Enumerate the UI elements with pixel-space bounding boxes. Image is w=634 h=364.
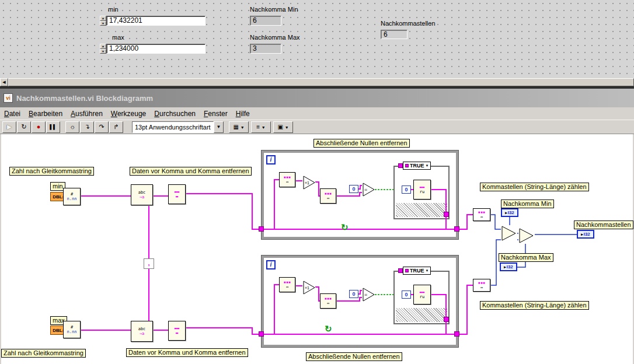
label-nachkomma-max[interactable]: Nachkomma Max	[499, 253, 553, 262]
string-subset-icon-bottom[interactable]: ▪▪▪ ↔	[279, 277, 295, 292]
distribute-objects-dropdown[interactable]: ≡ ▼	[251, 121, 271, 133]
max-control-label[interactable]: max	[112, 34, 124, 41]
string-concat-icon-bottom[interactable]: ▬▬ ▬	[168, 321, 186, 341]
align-objects-dropdown[interactable]: ▦ ▼	[229, 121, 249, 133]
step-out-button[interactable]: ↱	[109, 121, 123, 133]
nachkomma-max-indicator-label[interactable]: Nachkomma Max	[250, 34, 300, 41]
len-glyph: ↔	[480, 215, 483, 219]
min-numeric-control[interactable]: 17,432201	[106, 16, 205, 26]
replace-substring-icon-bottom[interactable]: ▬▬ ru	[413, 285, 431, 304]
step-over-button[interactable]: ↷	[95, 121, 109, 133]
len-glyph: ↔	[480, 285, 483, 290]
zero-constant-case-top[interactable]: 0	[402, 186, 411, 194]
string-subset2-icon-top[interactable]: ▪▪▪ ↔	[320, 188, 336, 204]
terminal-arrow-icon: ▸	[581, 232, 583, 237]
comma-string-constant[interactable]: ,	[144, 258, 154, 269]
highlight-execution-button[interactable]: ☼	[65, 121, 79, 133]
label-zahl-nach-gleitkommastring-bottom[interactable]: Zahl nach Gleitkommastring	[1, 349, 86, 358]
menu-durchsuchen[interactable]: Durchsuchen	[150, 108, 200, 120]
selector-tunnel-icon	[405, 164, 409, 167]
menubar: Datei Bearbeiten Ausführen Werkzeuge Dur…	[0, 107, 634, 120]
menu-bearbeiten[interactable]: Bearbeiten	[25, 108, 67, 120]
titlebar[interactable]: vi Nachkommastellen.vi Blockdiagramm	[0, 89, 634, 107]
menu-fenster[interactable]: Fenster	[200, 108, 232, 120]
loop-tunnel-left-bottom	[259, 331, 264, 337]
label-zahl-nach-gleitkommastring-top[interactable]: Zahl nach Gleitkommastring	[9, 167, 94, 176]
terminal-nachkomma-min-i32[interactable]: ▸I32	[501, 208, 518, 217]
string-length-icon-bottom[interactable]: ▪▪▪ ↔	[473, 279, 490, 292]
zero-constant-bottom[interactable]: 0	[349, 290, 358, 298]
min-control-label[interactable]: min	[108, 6, 119, 13]
step-into-button[interactable]: ↴	[80, 121, 94, 133]
max-spinner[interactable]: ▲ ▼	[100, 44, 106, 54]
dropdown-arrow-icon: ▼	[262, 125, 266, 130]
arrow-glyph: →a	[140, 195, 144, 200]
spinner-up-icon[interactable]: ▲	[100, 16, 106, 21]
equal-comparison-icon-bottom[interactable]: =	[362, 287, 376, 302]
label-nachkommastellen[interactable]: Nachkommastellen	[574, 220, 633, 229]
label-daten-vor-komma-top[interactable]: Daten vor Komma und Komma entfernen	[130, 167, 252, 176]
abc-glyph: abc	[138, 327, 146, 331]
label-kommastellen-bottom[interactable]: Kommastellen (String-Länge) zählen	[480, 301, 589, 310]
menu-ausfuehren[interactable]: Ausführen	[67, 108, 107, 120]
zero-constant-top[interactable]: 0	[349, 185, 358, 193]
scrollbar-thumb[interactable]	[8, 78, 634, 86]
run-button[interactable]: ▶	[2, 121, 16, 133]
case-selector-bottom[interactable]: TRUE ▼	[403, 267, 431, 275]
increment-icon-bottom[interactable]: +1	[302, 280, 316, 295]
increment-icon-top[interactable]: +1	[302, 175, 316, 190]
scroll-left-icon[interactable]: ◀	[0, 78, 8, 86]
loop-iteration-terminal-bottom[interactable]: i	[266, 260, 276, 270]
loop-condition-icon-top[interactable]: ↻	[341, 223, 349, 232]
label-abschliessende-nullen-bottom[interactable]: Abschließende Nullen entfernen	[306, 352, 402, 361]
string-subset-icon-top[interactable]: ▪▪▪ ↔	[279, 172, 295, 187]
terminal-arrow-icon: ▸	[505, 211, 507, 215]
terminal-arrow-icon: ▸	[504, 265, 506, 270]
run-continuous-button[interactable]: ↻	[17, 121, 31, 133]
label-daten-vor-komma-bottom[interactable]: Daten vor Komma und Komma entfernen	[126, 348, 248, 357]
dots-glyph: ▪▪▪	[284, 280, 291, 285]
max-comparison-icon-2[interactable]	[518, 228, 535, 244]
abort-button[interactable]: ●	[32, 121, 46, 133]
dots-glyph: ▪▪▪	[325, 296, 332, 301]
menu-datei[interactable]: Datei	[0, 108, 25, 120]
dropdown-arrow-icon: ▼	[241, 125, 245, 130]
indicator-nachkommastellen-i32[interactable]: ▸I32	[577, 230, 594, 239]
hash-glyph: #	[71, 192, 73, 197]
replace-substring-icon-top[interactable]: ▬▬ ru	[413, 180, 431, 200]
number-to-string-icon[interactable]: # n.nn	[63, 188, 81, 205]
max-numeric-control[interactable]: 1,234000	[106, 44, 205, 54]
zero-constant-case-bottom[interactable]: 0	[402, 290, 411, 299]
label-kommastellen-top[interactable]: Kommastellen (String-Länge) zählen	[480, 183, 589, 191]
terminal-nachkomma-max-i32[interactable]: ▸I32	[500, 262, 517, 271]
window-title: Nachkommastellen.vi Blockdiagramm	[16, 94, 153, 103]
font-selector[interactable]: 13pt Anwendungsschriftart	[132, 121, 214, 133]
font-dropdown-icon[interactable]: ▼	[214, 121, 224, 133]
menu-werkzeuge[interactable]: Werkzeuge	[107, 108, 150, 120]
nachkomma-min-indicator-label[interactable]: Nachkomma Min	[250, 6, 298, 13]
bars-glyph: ▬▬	[420, 290, 424, 295]
label-abschliessende-nullen-top[interactable]: Abschließende Nullen entfernen	[313, 139, 410, 148]
split-string-icon-top[interactable]: abc →a	[131, 184, 153, 205]
reorder-dropdown[interactable]: ▣ ▼	[273, 121, 293, 133]
min-spinner[interactable]: ▲ ▼	[100, 16, 106, 26]
horizontal-scrollbar[interactable]: ◀	[0, 78, 634, 86]
label-nachkomma-min[interactable]: Nachkomma Min	[501, 200, 554, 208]
loop-condition-icon-bottom[interactable]: ↻	[325, 324, 332, 333]
spinner-up-icon[interactable]: ▲	[100, 44, 106, 49]
loop-iteration-terminal-top[interactable]: i	[266, 155, 276, 164]
number-to-string-icon-bottom[interactable]: # n.nn	[63, 321, 81, 338]
string-concat-icon-top[interactable]: ▬▬ ▬	[168, 184, 186, 204]
equal-comparison-icon-top[interactable]: =	[362, 182, 376, 197]
string-length-icon-top[interactable]: ▪▪▪ ↔	[473, 208, 490, 221]
spinner-down-icon[interactable]: ▼	[100, 49, 106, 54]
i32-text: I32	[508, 210, 514, 215]
max-comparison-icon-1[interactable]	[501, 225, 517, 242]
split-string-icon-bottom[interactable]: abc →a	[131, 321, 153, 342]
pause-button[interactable]: ▌▌	[46, 121, 60, 133]
nachkommastellen-indicator-label[interactable]: Nachkommastellen	[381, 20, 436, 27]
menu-hilfe[interactable]: Hilfe	[232, 108, 254, 120]
string-subset2-icon-bottom[interactable]: ▪▪▪ ↔	[320, 293, 336, 309]
spinner-down-icon[interactable]: ▼	[100, 21, 106, 26]
case-selector-top[interactable]: TRUE ▼	[403, 162, 431, 170]
